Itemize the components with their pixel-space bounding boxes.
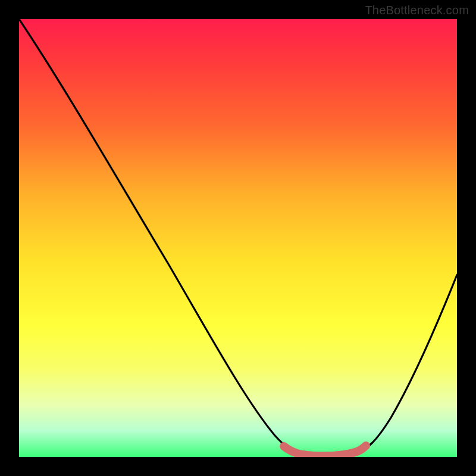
optimal-region-marker (284, 446, 366, 456)
curve-layer (19, 19, 457, 457)
bottleneck-curve (19, 19, 457, 456)
plot-area (19, 19, 457, 457)
chart-frame: TheBottleneck.com (0, 0, 476, 476)
watermark-text: TheBottleneck.com (365, 4, 469, 17)
